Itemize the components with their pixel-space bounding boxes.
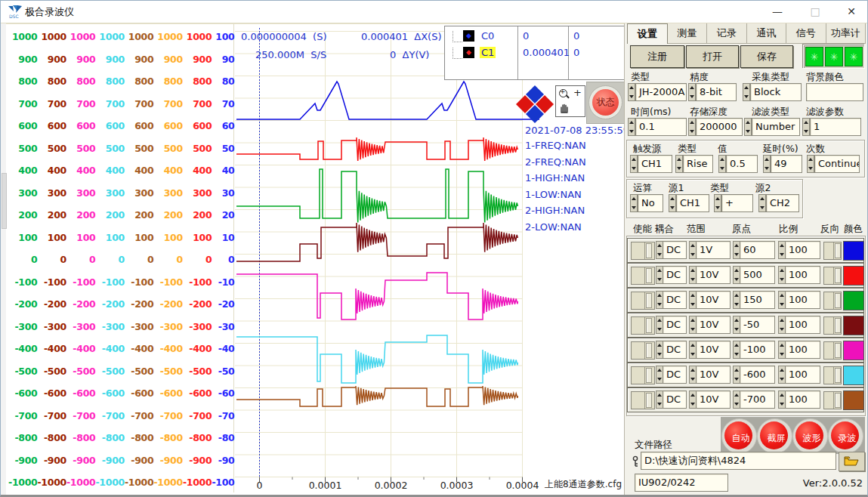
channel-invert-toggle[interactable]	[823, 391, 842, 409]
trigger-value-spinner[interactable]	[718, 155, 726, 173]
file-path-field[interactable]: D:\快速访问资料\4824	[641, 452, 836, 470]
channel-invert-toggle[interactable]	[823, 242, 842, 260]
math-op-field[interactable]: No	[638, 194, 663, 212]
channel-scale-field[interactable]: 100	[785, 316, 820, 334]
trigger-source-spinner[interactable]	[630, 155, 638, 173]
channel-origin-field[interactable]: -600	[740, 366, 775, 384]
channel-scale-field[interactable]: 100	[785, 390, 820, 409]
device-id-field[interactable]: IU902/0242	[635, 474, 728, 492]
tab-信号[interactable]: 信号	[786, 23, 826, 44]
channel-scale-field[interactable]: 100	[785, 366, 820, 384]
trigger-source-field[interactable]: CH1	[638, 155, 672, 173]
channel-scale-field[interactable]: 100	[785, 291, 820, 309]
channel-origin-field[interactable]: -100	[740, 341, 775, 359]
channel-scale-field[interactable]: 100	[785, 266, 820, 284]
record-button-4[interactable]: 录波	[828, 418, 863, 454]
channel-enable-toggle[interactable]	[631, 267, 655, 285]
channel-enable-toggle[interactable]	[631, 242, 655, 260]
tab-功率计[interactable]: 功率计	[826, 23, 866, 44]
left-scrollbar[interactable]	[1, 23, 6, 495]
zoom-tool-icon[interactable]	[559, 89, 567, 97]
channel-coupling-field[interactable]: DC	[663, 241, 687, 259]
channel-range-field[interactable]: 10V	[696, 266, 731, 284]
time-field[interactable]: 0.1	[635, 118, 687, 136]
acq-type-field[interactable]: Block	[750, 83, 802, 101]
channel-enable-toggle[interactable]	[631, 341, 655, 360]
trigger-type-spinner[interactable]	[675, 155, 683, 173]
depth-field[interactable]: 200000	[696, 118, 743, 136]
browse-folder-button[interactable]	[839, 452, 865, 471]
trigger-delay-field[interactable]: 49	[771, 155, 802, 173]
channel-origin-field[interactable]: 150	[740, 291, 775, 309]
type-field[interactable]: JH-2000A	[635, 83, 687, 101]
cursor-name[interactable]: C1	[480, 47, 496, 58]
channel-invert-toggle[interactable]	[823, 267, 842, 285]
math-type-spinner[interactable]	[714, 194, 721, 212]
channel-coupling-field[interactable]: DC	[663, 291, 687, 309]
filter-type-spinner[interactable]	[744, 118, 752, 136]
tab-记录[interactable]: 记录	[707, 23, 747, 44]
crosshair-tool-icon[interactable]: +	[573, 87, 582, 98]
channel-range-field[interactable]: 10V	[696, 390, 731, 409]
channel-origin-field[interactable]: 500	[740, 266, 775, 284]
channel-range-field[interactable]: 10V	[696, 316, 731, 334]
math-src1-field[interactable]: CH1	[676, 194, 709, 212]
channel-scale-field[interactable]: 100	[785, 241, 820, 259]
filter-param-field[interactable]: 1	[810, 118, 861, 136]
channel-coupling-field[interactable]: DC	[663, 266, 687, 284]
channel-scale-field[interactable]: 100	[785, 341, 820, 359]
channel-coupling-field[interactable]: DC	[663, 341, 687, 359]
filter-param-spinner[interactable]	[802, 118, 810, 136]
scrollbar-thumb[interactable]	[2, 173, 7, 229]
channel-color-swatch[interactable]	[843, 241, 864, 261]
channel-invert-toggle[interactable]	[823, 341, 842, 360]
time-spinner[interactable]	[628, 118, 635, 136]
channel-color-swatch[interactable]	[843, 366, 864, 385]
channel-enable-toggle[interactable]	[631, 316, 655, 335]
cursor-name[interactable]: C0	[480, 30, 496, 42]
minimize-button[interactable]: —	[762, 1, 792, 22]
maximize-button[interactable]: □	[800, 1, 830, 22]
math-src2-field[interactable]: CH2	[766, 194, 799, 212]
channel-enable-toggle[interactable]	[631, 391, 655, 409]
trigger-delay-spinner[interactable]	[763, 155, 771, 173]
status-led[interactable]: ✳	[825, 47, 843, 66]
channel-origin-field[interactable]: -700	[740, 390, 775, 409]
register-button[interactable]: 注册	[630, 45, 684, 68]
save-button[interactable]: 保存	[740, 45, 793, 68]
math-src1-spinner[interactable]	[669, 194, 676, 212]
channel-invert-toggle[interactable]	[823, 292, 842, 310]
close-button[interactable]: ✕	[836, 1, 866, 22]
trigger-type-field[interactable]: Rise	[683, 155, 713, 173]
depth-spinner[interactable]	[688, 118, 696, 136]
trigger-count-spinner[interactable]	[807, 155, 814, 173]
channel-range-field[interactable]: 1V	[696, 241, 731, 259]
cursor-row[interactable]: ◆C10.0004010	[445, 46, 624, 61]
precision-spinner[interactable]	[688, 83, 696, 101]
channel-color-swatch[interactable]	[843, 316, 864, 335]
channel-range-field[interactable]: 10V	[696, 366, 731, 384]
channel-enable-toggle[interactable]	[631, 366, 655, 384]
channel-origin-field[interactable]: -50	[740, 316, 775, 334]
status-led[interactable]: ✳	[805, 47, 823, 66]
tab-测量[interactable]: 测量	[668, 23, 708, 44]
status-led[interactable]: ✳	[845, 47, 863, 66]
channel-coupling-field[interactable]: DC	[663, 390, 687, 409]
pan-navigator[interactable]	[515, 85, 554, 124]
filter-type-field[interactable]: Number	[752, 118, 800, 136]
trigger-count-field[interactable]: Continue	[814, 155, 860, 173]
bg-color-field[interactable]	[806, 83, 863, 101]
cursor-row[interactable]: ◆C000	[445, 29, 624, 45]
channel-invert-toggle[interactable]	[823, 366, 842, 384]
channel-color-swatch[interactable]	[843, 266, 864, 286]
channel-color-swatch[interactable]	[843, 291, 864, 310]
channel-color-swatch[interactable]	[843, 390, 864, 410]
pan-hand-icon[interactable]	[559, 103, 570, 113]
trigger-value-field[interactable]: 0.5	[726, 155, 758, 173]
math-type-field[interactable]: +	[721, 194, 753, 212]
channel-enable-toggle[interactable]	[631, 292, 655, 310]
open-button[interactable]: 打开	[686, 45, 739, 68]
type-spinner[interactable]	[628, 83, 635, 101]
channel-coupling-field[interactable]: DC	[663, 316, 687, 334]
acq-type-spinner[interactable]	[743, 83, 750, 101]
